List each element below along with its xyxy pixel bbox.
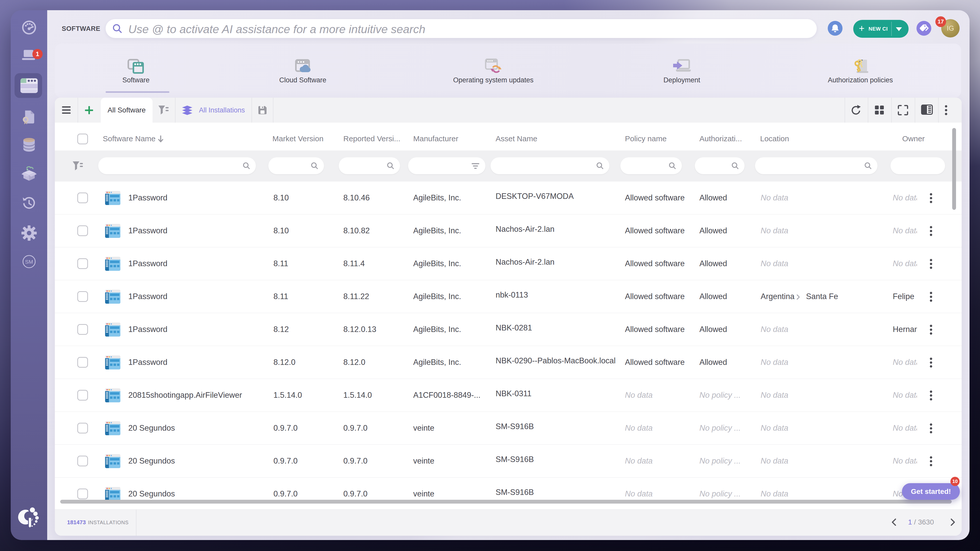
svg-text:SM: SM — [25, 259, 33, 265]
